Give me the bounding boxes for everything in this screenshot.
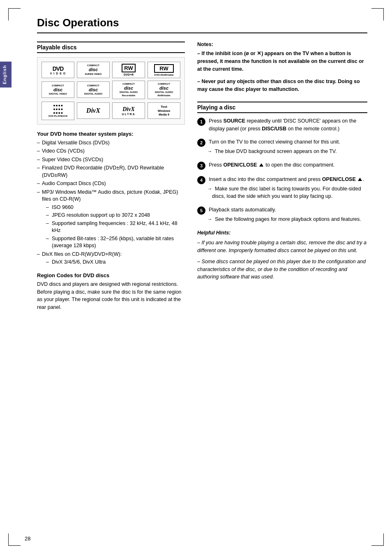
notes-box: Notes: – If the inhibit icon (ø or ✕) ap…: [197, 42, 367, 93]
sub-list-divx: DivX 3/4/5/6, DivX Ultra: [46, 259, 185, 266]
dvd-rw-logo: RW DVD+ReWritable: [148, 62, 180, 78]
page-title: Disc Operations: [37, 16, 367, 33]
plays-title: Your DVD home theater system plays:: [37, 131, 185, 137]
step-3-content: Press OPEN/CLOSE to open the disc compar…: [209, 161, 367, 169]
region-codes-title: Region Codes for DVD discs: [37, 272, 185, 278]
step-5-number: 5: [197, 206, 205, 215]
corner-bl-v: [8, 533, 9, 546]
sub-list: ISO 9660 JPEG resolution support up to 3…: [46, 204, 185, 250]
cd-digital-video-logo: COMPACT disc DIGITAL VIDEO: [42, 81, 74, 98]
list-item: Digital Versatile Discs (DVDs): [37, 139, 185, 147]
divx-logo: DivX: [77, 102, 110, 119]
step-3: 3 Press OPEN/CLOSE to open the disc comp…: [197, 161, 367, 170]
step-2-number: 2: [197, 139, 205, 147]
list-item: Audio Compact Discs (CDs): [37, 180, 185, 188]
windows-media-logo: Test Windows Media 9: [148, 102, 180, 119]
list-item: MP3/ Windows Media™ Audio discs, picture…: [37, 189, 185, 250]
page-container: English Disc Operations Playable discs D…: [0, 0, 392, 554]
region-codes-text: DVD discs and players are designed with …: [37, 280, 185, 311]
steps-list: 1 Press SOURCE repeatedly until 'DISC SO…: [197, 117, 367, 223]
list-item: Finalized DVD Recordable (DVD±R), DVD Re…: [37, 165, 185, 179]
helpful-hints: Helpful Hints: – If you are having troub…: [197, 229, 367, 281]
step-4-arrow: Make sure the disc label is facing towar…: [209, 185, 367, 201]
step-4-number: 4: [197, 176, 205, 184]
sidebar-language-label: English: [0, 62, 12, 88]
sub-list-item-jpeg: JPEG resolution support up to 3072 x 204…: [46, 212, 185, 219]
list-item: Video CDs (VCDs): [37, 148, 185, 155]
step-5-content: Playback starts automatically. See the f…: [209, 206, 367, 223]
dvd-r-logo: RW DVD+R: [112, 62, 145, 78]
corner-tl-h: [8, 8, 21, 9]
main-content: Disc Operations Playable discs DVD V I D…: [37, 16, 367, 311]
playable-discs-header: Playable discs: [37, 42, 185, 53]
helpful-hint-1: – If you are having trouble playing a ce…: [197, 239, 367, 255]
step-4: 4 Insert a disc into the disc compartmen…: [197, 176, 367, 200]
cd-digital-audio-logo: COMPACT disc DIGITAL AUDIO: [77, 81, 110, 98]
plays-list: Digital Versatile Discs (DVDs) Video CDs…: [37, 139, 185, 266]
corner-br-h: [371, 545, 384, 546]
list-item-divx: DivX files on CD-R(W)/DVD+R(W): DivX 3/4…: [37, 251, 185, 266]
left-column: Playable discs DVD V I D E O COMPACT dis…: [37, 42, 185, 311]
notes-title: Notes:: [197, 42, 367, 47]
two-col-layout: Playable discs DVD V I D E O COMPACT dis…: [37, 42, 367, 311]
corner-bl-h: [8, 545, 21, 546]
corner-tl-v: [8, 8, 9, 21]
list-item: Super Video CDs (SVCDs): [37, 156, 185, 164]
sub-list-item-bitrate: Supported Bit-rates : 32~256 (kbps), var…: [46, 235, 185, 250]
note-1: – If the inhibit icon (ø or ✕) appears o…: [197, 50, 367, 73]
helpful-hints-title: Helpful Hints:: [197, 229, 367, 237]
step-5-arrow: See the following pages for more playbac…: [209, 216, 367, 223]
step-5: 5 Playback starts automatically. See the…: [197, 206, 367, 223]
corner-tr-v: [383, 8, 384, 21]
divx-ultra-logo: DivX ULTRA: [112, 102, 145, 119]
cd-digital-audio-rewritable-logo: COMPACT disc DIGITAL AUDIO ReWritable: [148, 81, 180, 99]
sub-list-item: ISO 9660: [46, 204, 185, 211]
step-2-content: Turn on the TV to the correct viewing ch…: [209, 138, 367, 155]
playing-disc-header: Playing a disc: [197, 102, 367, 113]
sub-list-item-divx: DivX 3/4/5/6, DivX Ultra: [46, 259, 185, 266]
step-2: 2 Turn on the TV to the correct viewing …: [197, 138, 367, 155]
step-1-content: Press SOURCE repeatedly until 'DISC SOUR…: [209, 117, 367, 133]
playing-disc-section: Playing a disc 1 Press SOURCE repeatedly…: [197, 102, 367, 281]
step-1-number: 1: [197, 118, 205, 126]
note-2: – Never put any objects other than discs…: [197, 78, 367, 93]
page-number: 28: [25, 535, 30, 542]
corner-br-v: [383, 533, 384, 546]
dvd-video-logo: DVD V I D E O: [42, 62, 74, 78]
sub-list-item-sampling: Supported sampling frequencies : 32 kHz,…: [46, 220, 185, 234]
right-column: Notes: – If the inhibit icon (ø or ✕) ap…: [197, 42, 367, 311]
cd-super-video-logo: COMPACT disc SUPER VIDEO: [77, 62, 110, 78]
step-1: 1 Press SOURCE repeatedly until 'DISC SO…: [197, 117, 367, 133]
step-3-number: 3: [197, 162, 205, 170]
corner-tr-h: [371, 8, 384, 9]
step-2-arrow: The blue DVD background screen appears o…: [209, 148, 367, 155]
helpful-hint-2: – Some discs cannot be played on this pl…: [197, 258, 367, 281]
vcd-playback-logo: ■ ■ ■ ■ ■ ■ ■ ■ ■ ■ ■ ■ VCD PLAYBACK: [42, 102, 74, 120]
step-4-content: Insert a disc into the disc compartment …: [209, 176, 367, 200]
disc-logos-grid: DVD V I D E O COMPACT disc SUPER VIDEO: [37, 57, 185, 125]
cd-digital-audio-recordable-logo: COMPACT disc DIGITAL AUDIO Recordable: [112, 81, 145, 99]
